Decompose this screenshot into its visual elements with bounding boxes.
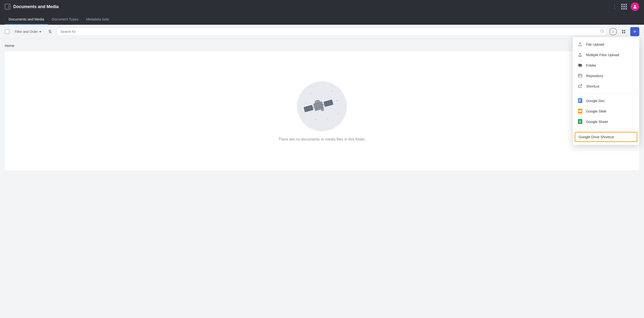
shortcut-icon (578, 83, 583, 89)
svg-rect-45 (579, 110, 582, 112)
dropdown-section-2: Google Doc Google Slide Google Sheet (573, 93, 639, 129)
repository-icon (578, 73, 583, 78)
svg-text:+: + (336, 99, 338, 102)
topbar-left: Documents and Media (5, 4, 59, 10)
info-icon: i (613, 30, 614, 34)
svg-line-31 (317, 102, 318, 103)
more-options-icon[interactable]: ⋮ (612, 4, 618, 10)
menu-item-repository[interactable]: Repository (573, 70, 639, 81)
svg-text:+: + (333, 119, 334, 121)
topbar-title: Documents and Media (13, 4, 59, 9)
info-button[interactable]: i (609, 28, 617, 36)
menu-item-folder[interactable]: Folder (573, 60, 639, 70)
svg-rect-5 (624, 32, 625, 33)
navigation-tabs: Documents and Media Document Types Metad… (0, 13, 644, 25)
svg-text:+: + (332, 90, 333, 93)
select-all-checkbox[interactable] (5, 29, 10, 34)
menu-item-google-sheet[interactable]: Google Sheet (573, 116, 639, 127)
svg-rect-43 (579, 101, 580, 102)
tab-metadata-sets[interactable]: Metadata Sets (82, 17, 113, 25)
topbar-right: ⋮ (612, 2, 639, 11)
folder-icon (578, 63, 583, 68)
svg-point-0 (634, 5, 636, 7)
menu-item-file-upload[interactable]: File Upload (573, 39, 639, 50)
svg-text:+: + (310, 92, 312, 95)
search-input[interactable] (56, 28, 606, 36)
menu-item-google-drive-shortcut[interactable]: Google Drive Shortcut (575, 132, 637, 142)
breadcrumb: Home (5, 44, 639, 48)
upload-icon (578, 42, 583, 47)
topbar: Documents and Media ⋮ (0, 0, 644, 13)
tab-documents-and-media[interactable]: Documents and Media (5, 17, 48, 25)
sidebar-toggle-button[interactable] (5, 4, 10, 10)
filter-and-order-button[interactable]: Filter and Order ▾ (12, 28, 44, 35)
google-doc-icon (578, 98, 583, 103)
add-icon: + (633, 28, 636, 35)
apps-grid-icon[interactable] (621, 4, 627, 10)
dropdown-menu: File Upload Multiple Files Upload Folder (573, 37, 639, 145)
menu-item-multiple-files-upload[interactable]: Multiple Files Upload (573, 50, 639, 60)
content-area: + + + + + + + + + (5, 51, 639, 170)
toolbar: Filter and Order ▾ ⇅ i + (0, 25, 644, 39)
avatar-icon (632, 4, 638, 9)
menu-item-shortcut[interactable]: Shortcut (573, 81, 639, 91)
svg-line-39 (580, 84, 582, 86)
menu-item-google-doc-label: Google Doc (586, 99, 605, 103)
menu-item-google-drive-shortcut-label: Google Drive Shortcut (579, 135, 614, 139)
google-slide-icon (578, 108, 583, 114)
google-sheet-icon (578, 119, 583, 124)
grid-view-icon (622, 30, 626, 34)
svg-text:+: + (306, 102, 306, 104)
svg-rect-2 (622, 30, 623, 31)
menu-item-google-sheet-label: Google Sheet (586, 120, 608, 124)
menu-item-google-doc[interactable]: Google Doc (573, 95, 639, 106)
svg-text:+: + (315, 118, 316, 121)
svg-rect-3 (624, 30, 625, 31)
svg-text:+: + (338, 112, 339, 115)
empty-state-illustration: + + + + + + + + + (296, 80, 348, 132)
search-icon (600, 29, 604, 33)
svg-text:+: + (327, 118, 328, 120)
search-bar (56, 28, 606, 36)
tab-document-types[interactable]: Document Types (48, 17, 82, 25)
empty-state-text: There are no documents or media files in… (278, 137, 366, 141)
svg-point-1 (601, 30, 604, 32)
menu-item-file-upload-label: File Upload (586, 42, 604, 46)
dropdown-section-3: Google Drive Shortcut (573, 129, 639, 145)
grid-view-button[interactable] (620, 28, 628, 36)
menu-item-shortcut-label: Shortcut (586, 84, 599, 88)
multi-upload-icon (578, 52, 583, 57)
menu-item-folder-label: Folder (586, 63, 596, 67)
menu-item-google-slide[interactable]: Google Slide (573, 106, 639, 116)
sort-button[interactable]: ⇅ (46, 28, 54, 35)
menu-item-repository-label: Repository (586, 74, 603, 78)
search-icon-button[interactable] (600, 29, 604, 34)
filter-label: Filter and Order (15, 30, 38, 34)
add-button[interactable]: + (630, 27, 639, 36)
chevron-down-icon: ▾ (40, 30, 41, 34)
svg-rect-36 (578, 74, 582, 77)
svg-rect-4 (622, 32, 623, 33)
svg-rect-41 (579, 99, 581, 100)
user-avatar[interactable] (631, 2, 639, 11)
menu-item-multiple-files-upload-label: Multiple Files Upload (586, 53, 619, 57)
dropdown-section-1: File Upload Multiple Files Upload Folder (573, 37, 639, 93)
sidebar-toggle-icon (6, 5, 9, 8)
main-content: Home + + + + + + + + + (0, 39, 644, 318)
menu-item-google-slide-label: Google Slide (586, 109, 606, 113)
svg-rect-42 (579, 100, 581, 101)
